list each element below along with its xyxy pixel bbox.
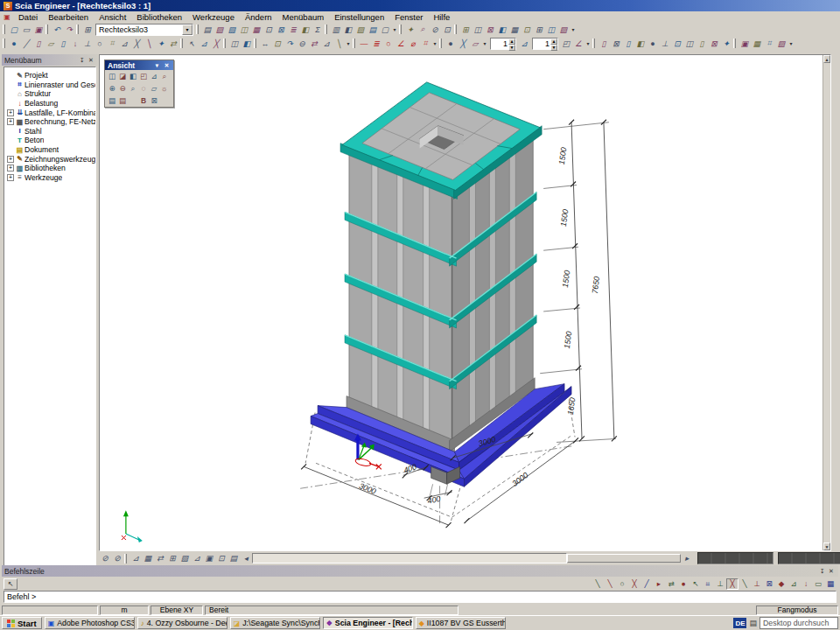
clipping1-icon[interactable]: ⊘ <box>99 553 111 564</box>
copy-icon[interactable]: ⊡ <box>262 24 275 35</box>
light-icon[interactable]: ☼ <box>159 83 170 94</box>
window-icon[interactable]: ⊞ <box>81 24 94 35</box>
folder2-icon[interactable]: ▱ <box>469 38 481 49</box>
dim-label-3000-left[interactable]: 3000 <box>358 481 377 496</box>
chevron-down-icon[interactable]: ▾ <box>584 38 592 49</box>
menu-datei[interactable]: Datei <box>13 12 43 22</box>
snap-diamond-icon[interactable]: ◆ <box>775 578 788 590</box>
print-view-icon[interactable]: ▤ <box>107 95 117 106</box>
scroll-right-icon[interactable]: ▸ <box>681 553 693 564</box>
snap-plane2-icon[interactable]: ▦ <box>824 578 836 590</box>
gallery-icon[interactable]: ▨ <box>214 24 226 35</box>
chevron-down-icon[interactable]: ▾ <box>481 38 488 49</box>
activity9-icon[interactable]: ▯ <box>696 38 708 49</box>
horizontal-scrollbar[interactable] <box>252 553 567 564</box>
star2-icon[interactable]: ✦ <box>155 38 167 49</box>
visibility-icon[interactable]: ◫ <box>228 38 241 49</box>
solid-icon[interactable]: ▣ <box>203 553 215 564</box>
dim-label-1500-4[interactable]: 1500 <box>563 331 573 349</box>
spinner-up-icon[interactable]: ▲ <box>550 38 557 45</box>
hinge-icon[interactable]: ○ <box>94 38 106 49</box>
beam-icon[interactable]: ╱ <box>20 38 32 49</box>
menu-ansicht[interactable]: Ansicht <box>94 12 131 22</box>
status-plane[interactable]: Ebene XY <box>150 606 203 615</box>
dim-label-400-depth[interactable]: 400 <box>402 462 417 475</box>
horizontal-scrollbar-thumb[interactable] <box>567 554 681 563</box>
sidebar-item-werkzeuge[interactable]: + ≡ Werkzeuge <box>6 173 95 183</box>
toolbar-grip[interactable] <box>180 38 183 48</box>
ucs-icon[interactable]: ∠ <box>572 38 584 49</box>
scroll-down-icon[interactable]: ▼ <box>823 542 830 550</box>
sheet-icon[interactable]: ≣ <box>287 24 299 35</box>
copy-multi-icon[interactable]: ⊡ <box>271 38 284 49</box>
open-icon[interactable]: ▭ <box>20 24 32 35</box>
print-preview-icon[interactable]: ◧ <box>342 24 354 35</box>
snap-flash-icon[interactable]: ↓ <box>800 578 812 590</box>
ansicht-palette[interactable]: Ansicht ▾ ✕ ◫ ◪ ◧ ◰ ⊿ ⌕ ⊕ ⊖ ⌕ ◌ ▱ ☼ <box>104 60 174 108</box>
minimized-window-1[interactable] <box>697 552 774 564</box>
pin-icon[interactable]: ↧ <box>78 56 87 65</box>
snap-endpoint-icon[interactable]: ╲ <box>592 578 604 590</box>
menubaum-panel-header[interactable]: Menübaum ↧ ✕ <box>2 54 98 66</box>
expand-icon[interactable]: + <box>7 109 14 116</box>
snap-tangent-icon[interactable]: ╱ <box>640 578 653 590</box>
snap-point-icon[interactable]: ╳ <box>726 578 738 590</box>
trim-icon[interactable]: ⊿ <box>320 38 332 49</box>
dimension-icon[interactable]: ≣ <box>370 38 382 49</box>
ansicht-palette-header[interactable]: Ansicht ▾ ✕ <box>105 60 173 70</box>
minimized-window-2[interactable] <box>778 552 840 564</box>
sidebar-item-projekt[interactable]: ✎ Projekt <box>6 71 95 80</box>
silo-model[interactable] <box>311 82 571 486</box>
mdi-child-icon[interactable]: ▣ <box>3 13 11 22</box>
zoom-out-icon[interactable]: ⊖ <box>117 83 128 94</box>
dim-label-400-width[interactable]: 400 <box>427 494 442 506</box>
hatch-icon[interactable]: ▧ <box>178 553 191 564</box>
expand-icon[interactable]: + <box>7 156 14 163</box>
view-x-icon[interactable]: ◫ <box>107 71 117 81</box>
sidebar-item-beton[interactable]: T Beton <box>6 136 95 145</box>
pin-icon[interactable]: ↧ <box>818 567 827 576</box>
node-icon[interactable]: ● <box>8 38 20 49</box>
snap-intersection-icon[interactable]: ╳ <box>628 578 640 590</box>
column-icon[interactable]: ▯ <box>32 38 45 49</box>
snap-plane1-icon[interactable]: ▭ <box>812 578 824 590</box>
mirror2-icon[interactable]: ⇄ <box>308 38 320 49</box>
polyline-icon[interactable]: ╲ <box>143 38 155 49</box>
snap-extension-icon[interactable]: ▸ <box>653 578 665 590</box>
vertical-scrollbar[interactable]: ▲ ▼ <box>822 55 830 550</box>
activity11-icon[interactable]: ✦ <box>720 38 732 49</box>
sheet2-icon[interactable]: ▤ <box>228 553 240 564</box>
taskbar-item-scia[interactable]: ❖ Scia Engineer - [Rech... <box>323 617 413 629</box>
sidebar-item-stahl[interactable]: I Stahl <box>6 127 95 136</box>
chevron-down-icon[interactable]: ▾ <box>153 61 161 69</box>
toolbar-grip[interactable] <box>439 38 442 48</box>
zoom-select-icon[interactable]: ⌕ <box>159 71 170 81</box>
zoom-window-icon[interactable]: ⌕ <box>128 83 138 94</box>
triangle-icon[interactable]: ⊿ <box>191 553 203 564</box>
menu-bearbeiten[interactable]: Bearbeiten <box>43 12 94 22</box>
toolbar-grip[interactable] <box>46 24 48 34</box>
chevron-down-icon[interactable]: ▾ <box>431 38 438 49</box>
layer6-icon[interactable]: ⊡ <box>521 24 533 35</box>
drawing-canvas[interactable]: 1500 1500 1500 1500 1650 7650 <box>99 54 831 551</box>
sidebar-item-struktur[interactable]: ⌂ Struktur <box>6 89 95 99</box>
toolbar-grip[interactable] <box>454 24 457 34</box>
view-axo-icon[interactable]: ◰ <box>138 71 149 81</box>
table-icon[interactable]: ▦ <box>250 24 262 35</box>
angle-icon[interactable]: ∠ <box>395 38 407 49</box>
doc2-icon[interactable]: ▤ <box>367 24 379 35</box>
plate-icon[interactable]: ▱ <box>45 38 57 49</box>
toolbar-grip[interactable] <box>124 554 127 564</box>
load-icon[interactable]: ↓ <box>69 38 81 49</box>
cut-icon[interactable]: ╳ <box>457 38 469 49</box>
start-button[interactable]: Start <box>2 617 42 629</box>
chevron-down-icon[interactable]: ▾ <box>391 24 398 35</box>
paste-icon[interactable]: ⊠ <box>275 24 287 35</box>
clip-icon[interactable]: ⊘ <box>429 24 441 35</box>
bitmap-icon[interactable]: B <box>138 95 149 106</box>
spinner-down-icon[interactable]: ▼ <box>550 45 557 51</box>
snap-box-icon[interactable]: ⊠ <box>763 578 775 590</box>
sidebar-item-belastung[interactable]: ↓ Belastung <box>6 99 95 108</box>
print-icon[interactable]: ▥ <box>330 24 342 35</box>
activity7-icon[interactable]: ⊡ <box>671 38 683 49</box>
